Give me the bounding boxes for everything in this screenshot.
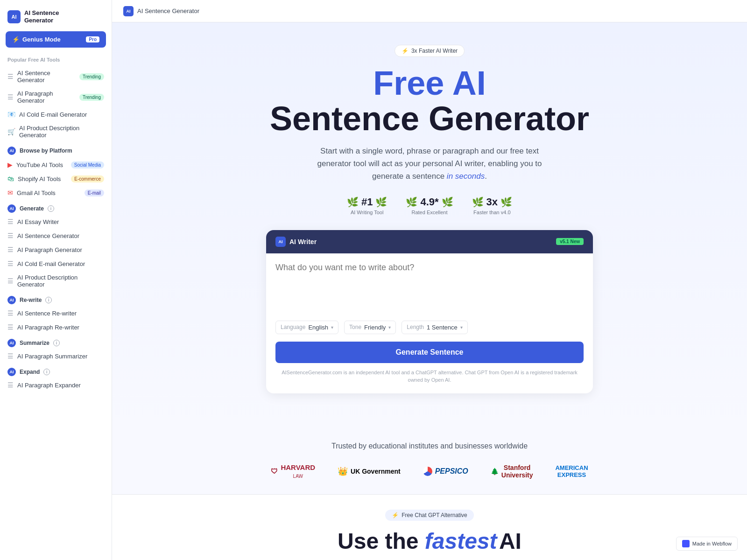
webflow-icon — [682, 540, 690, 547]
lightning-icon: ⚡ — [392, 512, 399, 518]
stat-label: AI Writing Tool — [347, 210, 387, 215]
sidebar-item-label: AI Sentence Generator — [17, 70, 76, 84]
sidebar-item-ai-sentence-gen2[interactable]: ☰ AI Sentence Generator — [0, 229, 112, 243]
crown-icon: 👑 — [338, 466, 348, 476]
sidebar-item-paragraph-rewriter[interactable]: ☰ AI Paragraph Re-writer — [0, 320, 112, 334]
sidebar-item-shopify-ai-tools[interactable]: 🛍 Shopify AI Tools E-commerce — [0, 172, 112, 186]
hero-section: ⚡ 3x Faster AI Writer Free AI Sentence G… — [112, 22, 747, 427]
sidebar-item-paragraph-expander[interactable]: ☰ AI Paragraph Expander — [0, 378, 112, 392]
bottom-section: ⚡ Free Chat GPT Alternative Use the fast… — [112, 494, 747, 560]
generate-info-icon[interactable]: i — [48, 205, 54, 212]
top-nav: AI AI Sentence Generator — [112, 0, 747, 22]
sidebar-item-ai-essay-writer[interactable]: ☰ AI Essay Writer — [0, 215, 112, 229]
stanford-name: StanfordUniversity — [501, 464, 533, 479]
generate-sentence-button[interactable]: Generate Sentence — [275, 342, 584, 363]
sidebar-item-label: AI Paragraph Generator — [17, 246, 82, 253]
tone-select[interactable]: Tone Friendly ▾ — [344, 321, 396, 334]
summarize-info-icon[interactable]: i — [53, 340, 60, 346]
laurel-left-icon: 🌿 — [406, 196, 417, 208]
language-select[interactable]: Language English ▾ — [275, 321, 338, 334]
harvard-name: HARVARDLAW — [281, 463, 315, 479]
hero-subtitle: Start with a single word, phrase or para… — [308, 145, 551, 183]
summarize-group-header: AI Summarize i — [0, 334, 112, 349]
rewrite-info-icon[interactable]: i — [45, 297, 52, 303]
trending-tag: Trending — [79, 94, 104, 101]
genius-mode-button[interactable]: ⚡ Genius Mode Pro — [6, 31, 106, 48]
hero-badge: ⚡ 3x Faster AI Writer — [395, 45, 465, 57]
tone-value: Friendly — [364, 324, 386, 331]
sidebar-item-label: AI Product Description Generator — [17, 274, 104, 288]
hero-subtitle-italic: in seconds — [447, 172, 485, 181]
logos-row: 🛡 HARVARDLAW 👑 UK Government PEPSICO 🌲 S… — [131, 463, 728, 479]
sidebar-item-sentence-rewriter[interactable]: ☰ AI Sentence Re-writer — [0, 306, 112, 320]
sidebar-item-ai-cold-email-generator[interactable]: 📧 AI Cold E-mail Generator — [0, 107, 112, 121]
stat-writing-tool: 🌿 #1 🌿 AI Writing Tool — [347, 196, 387, 215]
expand-icon: AI — [7, 368, 16, 376]
lines-icon: ☰ — [7, 381, 14, 389]
stat-number: #1 — [361, 196, 373, 208]
bottom-badge-text: Free Chat GPT Alternative — [402, 512, 467, 518]
stat-label: Rated Excellent — [406, 210, 453, 215]
sidebar-item-ai-paragraph-gen2[interactable]: ☰ AI Paragraph Generator — [0, 243, 112, 257]
logo-icon: AI — [7, 10, 21, 23]
hero-badge-text: 3x Faster AI Writer — [411, 48, 458, 54]
lightning-icon: ⚡ — [402, 48, 409, 54]
browse-platform-header: AI Browse by Platform — [0, 142, 112, 158]
lines-icon: ☰ — [7, 323, 14, 331]
platform-icon: AI — [7, 147, 16, 155]
topnav-logo-icon: AI — [123, 6, 134, 16]
sidebar: AI AI SentenceGenerator ⚡ Genius Mode Pr… — [0, 0, 112, 560]
stats-row: 🌿 #1 🌿 AI Writing Tool 🌿 4.9* 🌿 Rated Ex… — [131, 196, 728, 215]
pepsico-logo: PEPSICO — [423, 467, 468, 476]
summarize-label: Summarize — [20, 340, 49, 346]
length-value: 1 Sentence — [427, 324, 458, 331]
trusted-title: Trusted by educational institutes and bu… — [131, 442, 728, 450]
generate-label: Generate — [20, 205, 44, 212]
laurel-left-icon: 🌿 — [347, 196, 359, 208]
sidebar-item-ai-cold-email-gen2[interactable]: ☰ AI Cold E-mail Generator — [0, 257, 112, 271]
sidebar-logo[interactable]: AI AI SentenceGenerator — [0, 6, 112, 31]
length-select[interactable]: Length 1 Sentence ▾ — [402, 321, 467, 334]
sidebar-item-paragraph-summarizer[interactable]: ☰ AI Paragraph Summarizer — [0, 349, 112, 363]
writer-textarea[interactable] — [275, 263, 584, 319]
stanford-icon: 🌲 — [491, 468, 499, 475]
expand-info-icon[interactable]: i — [43, 369, 50, 375]
stat-number: 3x — [486, 196, 498, 208]
chevron-down-icon: ▾ — [331, 325, 333, 330]
writer-options: Language English ▾ Tone Friendly ▾ Lengt… — [275, 321, 584, 334]
rewrite-label: Re-write — [20, 297, 42, 303]
sidebar-item-ai-product-desc2[interactable]: ☰ AI Product Description Generator — [0, 271, 112, 291]
hero-subtitle-end: . — [485, 172, 487, 181]
laurel-right-icon: 🌿 — [375, 196, 387, 208]
sidebar-item-ai-paragraph-generator[interactable]: ☰ AI Paragraph Generator Trending — [0, 87, 112, 107]
ecommerce-tag: E-commerce — [71, 175, 104, 182]
sidebar-item-label: AI Cold E-mail Generator — [17, 260, 85, 267]
generate-group-header: AI Generate i — [0, 200, 112, 215]
sidebar-item-label: AI Paragraph Re-writer — [17, 324, 79, 331]
length-label: Length — [407, 324, 424, 330]
bottom-title-end: AI — [499, 529, 521, 553]
sidebar-item-label: Gmail AI Tools — [17, 189, 56, 196]
lines-icon: ☰ — [7, 309, 14, 317]
uk-government-logo: 👑 UK Government — [338, 466, 401, 476]
writer-card-header: AI AI Writer v5.1 New — [266, 230, 593, 253]
shopify-icon: 🛍 — [7, 175, 14, 182]
sidebar-item-ai-product-description[interactable]: 🛒 AI Product Description Generator — [0, 121, 112, 142]
sidebar-item-label: AI Product Description Generator — [19, 125, 104, 139]
writer-card: AI AI Writer v5.1 New Language English ▾… — [266, 230, 593, 393]
disclaimer-text: AISentenceGenerator.com is an independen… — [275, 369, 584, 384]
lines-icon: ☰ — [7, 93, 14, 101]
social-media-tag: Social Media — [71, 161, 104, 168]
lines-icon: ☰ — [7, 260, 14, 267]
sidebar-item-gmail-ai-tools[interactable]: ✉ Gmail AI Tools E-mail — [0, 186, 112, 200]
sidebar-item-ai-sentence-generator[interactable]: ☰ AI Sentence Generator Trending — [0, 66, 112, 87]
stat-rated-excellent: 🌿 4.9* 🌿 Rated Excellent — [406, 196, 453, 215]
uk-gov-name: UK Government — [351, 468, 401, 475]
sidebar-item-label: AI Essay Writer — [17, 218, 59, 225]
browse-platform-label: Browse by Platform — [20, 147, 72, 154]
laurel-left-icon: 🌿 — [472, 196, 484, 208]
sidebar-item-youtube-ai-tools[interactable]: ▶ YouTube AI Tools Social Media — [0, 158, 112, 172]
laurel-right-icon: 🌿 — [442, 196, 453, 208]
product-icon: 🛒 — [7, 128, 15, 135]
sidebar-item-label: AI Sentence Re-writer — [17, 310, 77, 317]
